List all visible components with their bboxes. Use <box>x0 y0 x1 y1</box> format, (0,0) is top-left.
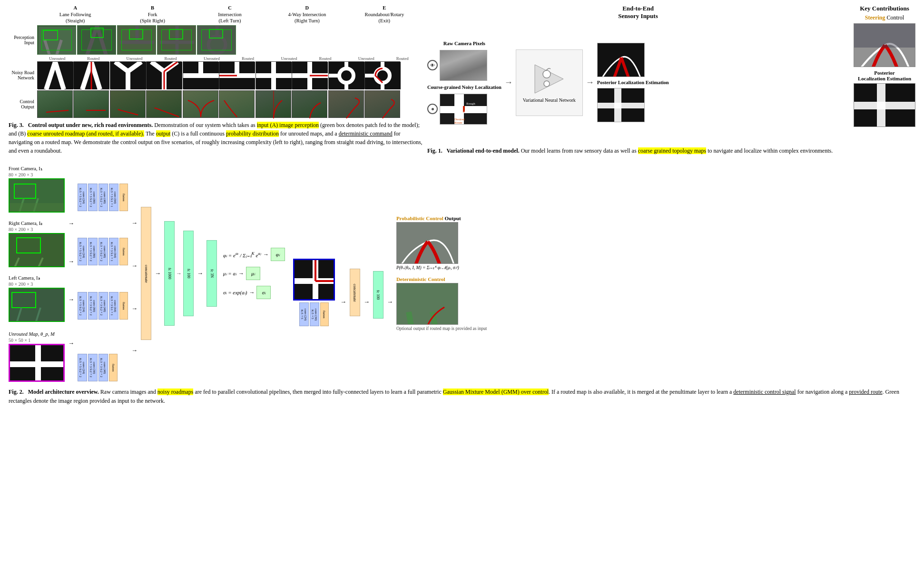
camera-1-dims: 80 × 200 × 3 <box>9 172 65 177</box>
phi-formula-row: φᵢ = eaᵢ / Σⱼ₌₁K eaⱼ → φᵢ <box>223 248 285 261</box>
arr3: → <box>131 305 138 312</box>
svg-rect-13 <box>157 26 196 55</box>
svg-rect-9 <box>118 26 156 55</box>
cam1-conv4: conv (64)K:3×3 S:1×1 <box>109 184 118 211</box>
sigma-formula: σᵢ = exp(aᵢ) <box>223 290 247 296</box>
noisy-road-d-routed <box>292 61 327 89</box>
camera-2-input: Right Camera, I₂ 80 × 200 × 3 <box>9 220 65 267</box>
sigma-formula-row: σᵢ = exp(aᵢ) → σᵢ <box>223 286 285 299</box>
camera-2-dims: 80 × 200 × 3 <box>9 227 65 232</box>
det-note: Optional output if routed map is provide… <box>396 326 487 331</box>
posterior-contrib-label: PosteriorLocalization Estimation <box>854 70 915 81</box>
cam1-conv3: conv (48)K:3×3 S:2×2 <box>98 184 108 211</box>
gmm-formula: P(θₛ|θₚ, I, M) = Σᵢ₌₁ᴷ φᵢ 𝒩(μᵢ, σᵢ²) <box>396 265 487 271</box>
map-conv2: conv (30)K:3×3 S:2×2 <box>88 354 98 381</box>
camera-3-dims: 80 × 200 × 3 <box>9 282 65 287</box>
fc-100: fc 100 <box>183 231 194 316</box>
camera-img <box>440 50 487 81</box>
prob-control-img <box>396 222 458 264</box>
camera-2-label: Right Camera, I₂ <box>9 220 65 226</box>
noisy-road-d-unrouted <box>256 61 291 89</box>
routed-map-section: Routed Map conv (24)K:5×5 conv (30)K:5×5… <box>293 221 335 326</box>
ctrl-a-routed <box>73 90 109 118</box>
concat2-block: concatenate <box>350 269 360 316</box>
camera-3-label: Left Camera, I₃ <box>9 275 65 281</box>
svg-text:GPS: GPS <box>466 106 472 109</box>
scenario-a-header: A Lane Following (Straight) <box>59 5 91 24</box>
posterior-contrib-img <box>854 83 915 127</box>
cam1-conv1: conv (24)K:5×5 S:2×2 <box>78 184 87 211</box>
unrouted-map-label: Unrouted Map, θ_p, M <box>9 331 65 337</box>
fc100-final-section: fc 100 <box>373 271 383 319</box>
arr-to-fc: → <box>155 270 161 277</box>
routed-conv2: conv (30)K:5×5 <box>310 302 319 326</box>
svg-rect-17 <box>197 26 236 55</box>
coarse-grained-label: Course-grained Noisy Localization <box>427 85 501 90</box>
steering-control-img <box>854 23 915 67</box>
cam2-conv2: conv (80)K:3×3 S:2×2 <box>88 238 98 265</box>
camera-1-label: Front Camera, I₁ <box>9 165 65 171</box>
ctrl-b-routed <box>146 90 182 118</box>
svg-rect-12 <box>129 29 143 39</box>
posterior-label: Posterior Localization Estimation <box>597 80 669 85</box>
arr-phi: → <box>263 251 269 258</box>
map-conv1: conv (24)K:5×5 S:2×2 <box>78 354 87 381</box>
fig3-section: A Lane Following (Straight) B Fork (Spli… <box>9 5 423 155</box>
det-control-img <box>396 283 458 325</box>
arch-diagram: Front Camera, I₁ 80 × 200 × 3 <box>9 163 915 385</box>
arr-fc: → <box>176 270 182 277</box>
svg-rect-16 <box>169 29 183 39</box>
row-label-noisy-road: Noisy RoadNetwork <box>9 70 36 80</box>
concat-block: concatenate <box>141 207 151 340</box>
cam3-conv4: conv (64)K:3×3 S:1×1 <box>109 292 118 320</box>
camera-1-input: Front Camera, I₁ 80 × 200 × 3 <box>9 165 65 213</box>
scenario-d-header: D 4-Way Intersection (Right Turn) <box>288 5 326 24</box>
fig3-caption: Fig. 3. Control output under new, rich r… <box>9 121 423 155</box>
arr4: → <box>131 347 138 354</box>
det-control-section: Deterministic Control Optional output if… <box>396 276 487 331</box>
arr2: → <box>131 262 138 270</box>
unrouted-map-img <box>9 344 65 382</box>
map-pipeline: conv (24)K:5×5 S:2×2 conv (30)K:3×3 S:2×… <box>78 354 128 381</box>
noisy-road-b-routed <box>146 61 182 89</box>
arrow-to-vnn: → <box>504 78 513 87</box>
eye-icon: 👁 <box>427 60 438 70</box>
svg-line-111 <box>433 312 435 325</box>
svg-rect-20 <box>209 29 223 38</box>
conv-pipelines-cameras: conv (24)K:5×5 S:2×2 conv (80)K:3×3 S:2×… <box>78 165 128 381</box>
routed-map-box: Routed Map <box>293 259 335 301</box>
arr1: → <box>131 219 138 227</box>
cam1-pipeline: conv (24)K:5×5 S:2×2 conv (80)K:3×3 S:2×… <box>78 184 128 211</box>
phi-formula: φᵢ = eaᵢ / Σⱼ₌₁K eaⱼ <box>223 251 261 259</box>
vnn-outputs: Posterior Localization Estimation <box>597 43 669 122</box>
noisy-road-e-unrouted <box>328 61 364 89</box>
scenario-e-header: E Roundabout/Rotary (Exit) <box>364 5 404 24</box>
unrouted-map-dims: 50 × 50 × 1 <box>9 338 65 343</box>
perception-c <box>117 25 156 55</box>
arr-to-fc100: → <box>364 298 370 306</box>
noisy-road-b-unrouted <box>110 61 146 89</box>
localization-map-img: Rough GPS Desired Route <box>440 94 487 125</box>
routed-pipeline: conv (24)K:5×5 conv (30)K:5×5 flatten <box>299 302 329 326</box>
prob-control-section: Probabilistic Control Output P(θₛ|θₚ, I,… <box>396 215 487 271</box>
svg-point-72 <box>543 70 550 78</box>
sigma-output-box: σᵢ <box>256 286 271 299</box>
arr-to-fc3n: → <box>197 270 203 277</box>
svg-line-110 <box>409 312 411 325</box>
phi-output-box: φᵢ <box>271 248 285 261</box>
svg-line-7 <box>97 26 106 55</box>
steering-control-label: Steering Control <box>854 14 915 21</box>
fig2-section: Front Camera, I₁ 80 × 200 × 3 <box>9 163 915 405</box>
noisy-road-c-routed <box>219 61 255 89</box>
ctrl-d-unrouted <box>256 90 291 118</box>
routed-flatten: flatten <box>320 302 329 326</box>
key-contrib-title: Key Contributions <box>854 5 915 12</box>
arrow-map: → <box>68 340 74 347</box>
noisy-road-c-unrouted <box>183 61 218 89</box>
formulas-section: φᵢ = eaᵢ / Σⱼ₌₁K eaⱼ → φᵢ μᵢ = aᵢ → μᵢ σ… <box>223 248 285 299</box>
noisy-road-a-unrouted <box>37 61 73 89</box>
cam1-conv2: conv (80)K:3×3 S:2×2 <box>88 184 98 211</box>
perception-b <box>77 25 116 55</box>
left-inputs-col: Front Camera, I₁ 80 × 200 × 3 <box>9 165 65 382</box>
fig1-inner: Raw Camera Pixels 👁 Course-grained Noisy… <box>427 22 849 144</box>
